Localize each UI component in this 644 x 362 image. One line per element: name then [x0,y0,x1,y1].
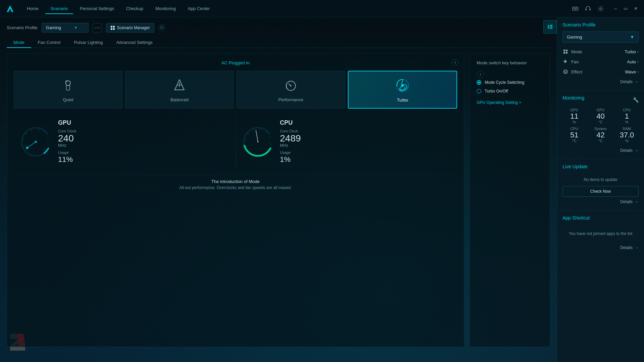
scenario-manager-button[interactable]: Scenario Manager [106,23,154,33]
nav-checkup[interactable]: Checkup [121,3,149,14]
live-update-details-button[interactable]: Details → [562,197,639,205]
mode-row-icon [562,49,569,55]
sidebar-fan-row: Fan Auto › [562,57,639,67]
turbo-onoff-option[interactable]: Turbo On/Off [477,89,543,94]
sidebar-fan-label: Fan [571,59,579,64]
monitoring-details-button[interactable]: Details → [562,145,639,154]
settings-icon[interactable] [597,5,604,12]
cpu-core-clock-label: Core Clock [280,129,452,133]
sidebar-profile-dropdown[interactable]: Gaming ▼ [562,32,639,43]
svg-line-48 [265,131,266,133]
mode-cycle-option[interactable]: Mode Cycle Switching [477,80,543,85]
effect-row-icon [562,69,569,75]
no-update-text: No items to update [562,173,639,186]
monitoring-cell-system-temp: System 42 °C [589,127,612,143]
grid-icon [110,25,115,30]
app-shortcut-details-button[interactable]: Details → [562,243,639,251]
gpu-usage-label: Usage [58,150,230,155]
profile-details-button[interactable]: Details → [562,77,639,85]
gauges-row: GPU Core Clock 240 MHz Usage 11% [14,115,457,168]
sidebar-app-shortcut: App Shortcut You have not pinned apps to… [557,210,644,362]
mode-cycle-radio[interactable] [477,80,481,85]
check-now-button[interactable]: Check Now [562,186,639,197]
fan-arrow-icon: › [637,59,639,64]
nav-personal-settings[interactable]: Personal Settings [74,3,119,14]
svg-point-54 [257,141,259,142]
main-nav: Home Scenario Personal Settings Checkup … [21,3,572,14]
svg-rect-6 [574,9,577,9]
sidebar-mode-value-btn[interactable]: Turbo › [625,49,639,54]
gpu-clock-unit: MHz [58,143,230,148]
gpu-operating-setting-link[interactable]: GPU Operating Setting > [477,100,543,105]
right-sidebar: Scenario Profile Gaming ▼ M [557,17,644,362]
svg-line-32 [38,128,38,130]
profile-details-arrow: → [635,79,639,84]
profile-dropdown[interactable]: Gaming ▼ [42,23,89,33]
mode-card-performance[interactable]: Performance [236,71,345,109]
sidebar-mode-label: Mode [571,49,582,54]
mode-panel: AC Plugged In i Quiet [7,53,464,347]
svg-point-9 [600,8,602,10]
gpu-title: GPU [58,119,230,126]
close-button[interactable]: ✕ [633,6,639,12]
nav-scenario[interactable]: Scenario [45,3,73,14]
svg-line-35 [47,144,49,144]
svg-line-28 [23,145,25,146]
sidebar-live-update: Live Update No items to update Check Now… [557,159,644,210]
profile-dropdown-arrow: ▼ [74,26,77,29]
mode-card-quiet[interactable]: Quiet [14,71,122,109]
quiet-mode-icon [59,76,77,94]
svg-line-53 [256,130,258,141]
mode-arrow-icon: › [637,49,639,54]
keyboard-icon[interactable] [572,5,579,12]
tab-mode[interactable]: Mode [7,37,31,48]
svg-line-33 [43,131,44,133]
page-tabs: Mode Fan Control Pulsar Lighting Advance… [7,37,550,48]
monitoring-cell-gpu-temp: GPU 40 °C [589,108,612,124]
sidebar-mode-row: Mode Turbo › [562,47,639,57]
tab-advanced-settings[interactable]: Advanced Settings [109,37,159,48]
svg-line-49 [269,137,270,138]
profile-info-button[interactable]: ⓘ [158,24,166,32]
svg-marker-0 [7,5,13,12]
mode-switch-panel: Mode switch key behavior i Mode Cycle Sw… [470,53,550,347]
main-layout: Scenario Profile Gaming ▼ ⋯ Scenario Man… [0,17,644,362]
monitoring-cell-gpu-pct: GPU 11 % [562,108,586,124]
turbo-label: Turbo [397,98,408,103]
nav-app-center[interactable]: App Center [182,3,215,14]
turbo-onoff-radio[interactable] [477,89,481,94]
tab-fan-control[interactable]: Fan Control [31,37,67,48]
effect-arrow-icon: › [637,69,639,74]
performance-mode-icon [282,76,300,94]
headset-icon[interactable] [584,5,592,12]
sidebar-monitoring: Monitoring 🔧 GPU 11 % GPU 40 °C CPU 1 [557,90,644,159]
maximize-button[interactable]: ▭ [623,6,629,12]
sidebar-toggle-button[interactable] [543,20,557,34]
mode-card-balanced[interactable]: Balanced [125,71,234,109]
mode-info-button[interactable]: i [452,59,459,66]
sidebar-profile-value: Gaming [567,35,582,40]
sidebar-fan-value-btn[interactable]: Auto › [627,59,639,64]
svg-rect-14 [111,26,112,27]
switch-panel-info-button[interactable]: i [477,71,484,78]
monitoring-title: Monitoring [562,95,584,101]
minimize-button[interactable]: ─ [612,6,619,12]
nav-home[interactable]: Home [21,3,44,14]
svg-rect-15 [113,26,115,27]
cpu-gauge [241,125,275,159]
sidebar-effect-value-btn[interactable]: Wave › [625,69,639,74]
tab-pulsar-lighting[interactable]: Pulsar Lighting [67,37,109,48]
mode-card-turbo[interactable]: Turbo [348,71,457,109]
scenario-profile-label: Scenario Profile [7,25,38,30]
nav-monitoring[interactable]: Monitoring [150,3,181,14]
more-options-button[interactable]: ⋯ [93,23,102,33]
app-shortcut-title: App Shortcut [562,215,639,221]
gpu-info: GPU Core Clock 240 MHz Usage 11% [58,119,230,164]
monitoring-settings-icon[interactable]: 🔧 [633,97,639,103]
cpu-title: CPU [280,119,452,126]
app-shortcut-details-arrow: → [635,245,639,250]
monitoring-cell-cpu-temp: CPU 51 °C [562,127,586,143]
turbo-onoff-label: Turbo On/Off [485,89,508,94]
mode-desc-text: All-out performance. Overclocks and fan … [14,185,457,190]
svg-rect-5 [577,8,577,8]
